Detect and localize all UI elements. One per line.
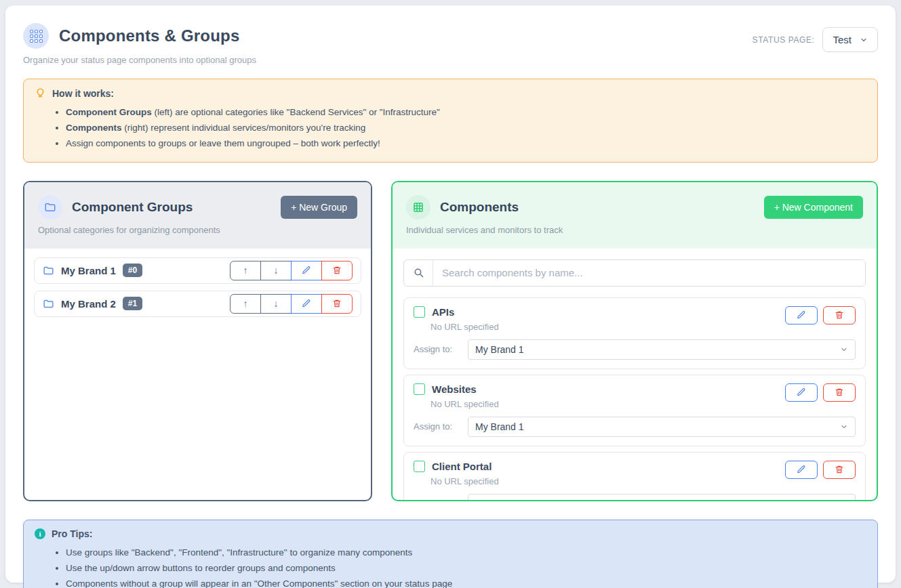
- group-actions: ↑ ↓: [230, 294, 353, 314]
- delete-group-button[interactable]: [321, 294, 353, 314]
- pencil-icon: [797, 465, 806, 474]
- group-list: My Brand 1 #0 ↑ ↓: [24, 249, 371, 326]
- component-checkbox[interactable]: [414, 383, 425, 395]
- pencil-icon: [797, 310, 806, 320]
- groups-panel-subtitle: Optional categories for organizing compo…: [38, 225, 357, 235]
- trash-icon: [835, 465, 844, 474]
- component-checkbox[interactable]: [414, 306, 425, 318]
- component-search: [403, 259, 866, 287]
- new-group-button[interactable]: + New Group: [281, 196, 357, 219]
- component-info: Websites No URL specified: [414, 383, 499, 409]
- group-name: My Brand 2: [61, 298, 116, 310]
- header-left: Components & Groups Organize your status…: [23, 23, 256, 65]
- edit-component-button[interactable]: [785, 306, 818, 324]
- groups-panel-header: Component Groups + New Group Optional ca…: [24, 182, 371, 249]
- status-page-selector: STATUS PAGE: Test: [753, 27, 878, 52]
- component-name: APIs: [432, 306, 454, 318]
- folder-icon: [43, 298, 54, 310]
- move-up-button[interactable]: ↑: [230, 261, 261, 280]
- how-it-works-item: Components (right) represent individual …: [66, 120, 866, 135]
- panels-row: Component Groups + New Group Optional ca…: [23, 181, 878, 501]
- pencil-icon: [302, 266, 311, 275]
- delete-component-button[interactable]: [823, 306, 856, 324]
- components-panel-subtitle: Individual services and monitors to trac…: [406, 225, 863, 235]
- status-page-label: STATUS PAGE:: [753, 35, 815, 45]
- page-header: Components & Groups Organize your status…: [23, 23, 878, 65]
- pencil-icon: [302, 299, 311, 308]
- trash-icon: [332, 299, 342, 308]
- assign-to-label: Assign to:: [414, 421, 468, 432]
- search-input[interactable]: [433, 260, 865, 286]
- move-down-button[interactable]: ↓: [260, 294, 292, 314]
- delete-component-button[interactable]: [823, 461, 856, 479]
- assign-group-select[interactable]: My Brand 1: [468, 339, 856, 360]
- delete-component-button[interactable]: [823, 383, 856, 402]
- edit-component-button[interactable]: [785, 461, 818, 479]
- pro-tips-item: Use the up/down arrow buttons to reorder…: [66, 560, 866, 576]
- main-card: Components & Groups Organize your status…: [5, 5, 896, 583]
- components-body: APIs No URL specified: [393, 249, 877, 501]
- component-name: Client Portal: [432, 461, 492, 472]
- info-icon: i: [35, 528, 45, 539]
- pro-tips-list: Use groups like "Backend", "Frontend", "…: [35, 545, 866, 588]
- component-card: APIs No URL specified: [403, 297, 866, 369]
- component-card: Websites No URL specified: [403, 375, 866, 446]
- pro-tips-title: Pro Tips:: [52, 528, 92, 539]
- component-info: Client Portal No URL specified: [414, 461, 499, 486]
- pro-tips-item: Components without a group will appear i…: [66, 576, 866, 588]
- component-groups-panel: Component Groups + New Group Optional ca…: [23, 181, 372, 501]
- chevron-down-icon: [840, 345, 848, 354]
- group-order-badge: #1: [123, 297, 142, 310]
- chevron-down-icon: [840, 500, 848, 501]
- chevron-down-icon: [860, 36, 868, 44]
- assign-group-select[interactable]: My Brand 2: [468, 494, 856, 501]
- new-component-button[interactable]: + New Component: [764, 196, 863, 219]
- folder-icon: [44, 201, 56, 213]
- component-url-status: No URL specified: [431, 399, 499, 409]
- edit-group-button[interactable]: [291, 294, 322, 314]
- component-actions: [785, 383, 856, 402]
- group-name: My Brand 1: [61, 265, 116, 276]
- groups-panel-title: Component Groups: [72, 200, 193, 215]
- status-page-select[interactable]: Test: [822, 27, 878, 52]
- trash-icon: [332, 266, 342, 275]
- status-page-value: Test: [833, 34, 852, 45]
- trash-icon: [835, 310, 844, 320]
- component-actions: [785, 306, 856, 324]
- components-panel-header: Components + New Component Individual se…: [393, 182, 877, 249]
- move-down-button[interactable]: ↓: [260, 261, 292, 280]
- grid-icon: [412, 201, 424, 213]
- component-url-status: No URL specified: [431, 322, 499, 332]
- assigned-group-value: My Brand 1: [475, 344, 524, 355]
- pro-tips-item: Use groups like "Backend", "Frontend", "…: [66, 545, 866, 560]
- assign-group-select[interactable]: My Brand 1: [468, 417, 856, 437]
- page-title: Components & Groups: [59, 26, 239, 45]
- pro-tips-box: i Pro Tips: Use groups like "Backend", "…: [23, 520, 878, 588]
- folder-icon: [43, 265, 54, 276]
- group-row: My Brand 1 #0 ↑ ↓: [34, 257, 361, 284]
- assign-to-label: Assign to:: [414, 344, 468, 354]
- group-order-badge: #0: [123, 264, 142, 277]
- how-it-works-item: Assign components to groups or leave the…: [66, 135, 866, 151]
- folder-circle: [38, 195, 62, 219]
- component-list: APIs No URL specified: [403, 287, 866, 501]
- assigned-group-value: My Brand 1: [475, 421, 524, 432]
- how-it-works-item: Component Groups (left) are optional cat…: [66, 104, 866, 120]
- lightbulb-icon: [35, 87, 46, 99]
- component-url-status: No URL specified: [431, 476, 499, 486]
- component-actions: [785, 461, 856, 479]
- assigned-group-value: My Brand 2: [475, 499, 524, 501]
- edit-component-button[interactable]: [785, 383, 818, 402]
- trash-icon: [835, 387, 844, 397]
- move-up-button[interactable]: ↑: [230, 294, 261, 314]
- components-panel-title: Components: [440, 200, 519, 215]
- chevron-down-icon: [840, 423, 848, 431]
- delete-group-button[interactable]: [321, 261, 353, 280]
- grid-circle: [406, 195, 431, 219]
- components-panel: Components + New Component Individual se…: [391, 181, 878, 501]
- component-checkbox[interactable]: [414, 461, 425, 472]
- edit-group-button[interactable]: [291, 261, 322, 280]
- page-subtitle: Organize your status page components int…: [23, 55, 256, 65]
- component-name: Websites: [432, 383, 477, 395]
- how-it-works-list: Component Groups (left) are optional cat…: [35, 104, 866, 152]
